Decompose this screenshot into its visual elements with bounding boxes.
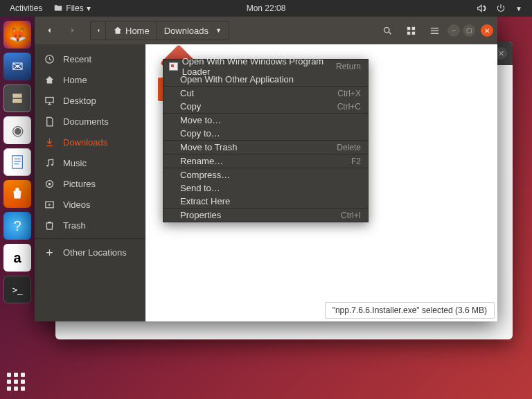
ctx-open-wine[interactable]: Open With Wine Windows Program Loader Re… [163,60,368,73]
file-cabinet-icon [9,91,26,105]
svg-rect-1 [12,99,21,103]
path-downloads[interactable]: Downloads ▼ [157,21,229,39]
sidebar-item-desktop[interactable]: Desktop [35,90,145,111]
svg-point-18 [51,163,53,166]
sidebar-label: Documents [63,116,109,127]
svg-rect-14 [430,33,438,33]
search-button[interactable] [377,21,398,40]
ctx-extract[interactable]: Extract Here [163,195,368,208]
launcher-software[interactable] [3,180,31,208]
document-icon [10,153,25,171]
maximize-button[interactable]: ▢ [463,24,475,37]
ctx-rename[interactable]: Rename…F2 [163,154,368,168]
minimize-button[interactable]: – [447,24,460,37]
ctx-compress[interactable]: Compress… [163,168,368,181]
back-button[interactable] [39,21,60,40]
hamburger-button[interactable] [424,21,445,40]
launcher-dock: 🦊 ✉ ◉ ? a >_ [0,17,35,399]
files-headerbar: Home Downloads ▼ – ▢ ✕ [35,17,497,44]
svg-rect-8 [407,26,409,29]
close-button[interactable]: ✕ [481,24,493,37]
sidebar-label: Music [63,158,87,168]
forward-button[interactable] [62,21,83,40]
launcher-files[interactable] [3,85,31,112]
launcher-terminal[interactable]: >_ [3,276,31,303]
ctx-label: Rename… [180,156,223,166]
sidebar-item-downloads[interactable]: Downloads [35,132,145,152]
launcher-amazon[interactable]: a [3,244,31,272]
trash-icon [44,220,55,231]
wine-icon [169,62,178,71]
sidebar-item-recent[interactable]: Recent [35,48,145,69]
ctx-copy[interactable]: CopyCtrl+C [163,100,368,113]
dropdown-icon: ▾ [87,3,91,13]
svg-rect-12 [430,28,438,28]
sidebar-item-other[interactable]: Other Locations [35,242,145,263]
activities-button[interactable]: Activities [6,2,46,15]
files-icon [53,3,63,13]
svg-point-17 [46,165,48,167]
ctx-label: Move to… [180,115,221,125]
svg-rect-9 [411,26,414,29]
desktop-icon [44,96,55,106]
sidebar-label: Home [63,75,87,85]
ctx-properties[interactable]: PropertiesCtrl+I [163,209,368,222]
gnome-topbar: Activities Files ▾ Mon 22:08 ▼ [0,0,532,17]
sidebar-item-videos[interactable]: Videos [35,194,145,215]
sidebar-item-home[interactable]: Home [35,69,145,90]
svg-line-7 [389,32,391,34]
ctx-label: Copy to… [180,128,220,139]
chevron-down-icon[interactable]: ▼ [515,5,522,12]
launcher-help[interactable]: ? [3,212,31,240]
ctx-label: Extract Here [180,196,230,206]
ctx-shortcut: Ctrl+C [337,102,361,112]
ctx-copy-to[interactable]: Copy to… [163,127,368,140]
svg-rect-0 [12,94,21,98]
ctx-move-trash[interactable]: Move to TrashDelete [163,141,368,154]
clock[interactable]: Mon 22:08 [247,3,286,13]
ctx-label: Copy [180,101,201,112]
sidebar-item-trash[interactable]: Trash [35,215,145,236]
sidebar-item-music[interactable]: Music [35,152,145,173]
ctx-shortcut: F2 [351,157,361,166]
videos-icon [44,200,55,210]
status-bar: "npp.7.6.6.Installer.exe" selected (3.6 … [325,302,495,319]
sidebar-label: Desktop [63,96,96,106]
shopping-icon [10,186,25,202]
path-current-label: Downloads [164,26,209,36]
svg-point-6 [384,27,389,33]
launcher-writer[interactable] [3,148,31,176]
path-back-button[interactable] [91,21,106,40]
ctx-cut[interactable]: CutCtrl+X [163,87,368,100]
grid-icon [406,26,416,36]
launcher-firefox[interactable]: 🦊 [3,21,31,48]
chevron-down-icon: ▼ [215,27,222,34]
svg-rect-16 [46,97,53,103]
svg-rect-2 [12,156,23,168]
ctx-label: Move to Trash [180,142,237,152]
ctx-shortcut: Ctrl+X [337,89,361,98]
launcher-thunderbird[interactable]: ✉ [3,53,31,80]
svg-rect-11 [411,31,414,34]
sidebar-label: Other Locations [63,247,127,258]
volume-icon[interactable] [477,3,486,13]
ctx-shortcut: Return [336,62,361,71]
sidebar-label: Pictures [63,179,96,189]
path-home[interactable]: Home [106,21,157,39]
show-applications[interactable] [7,373,25,391]
launcher-rhythmbox[interactable]: ◉ [3,116,31,144]
ctx-send-to[interactable]: Send to… [163,181,368,195]
view-grid-button[interactable] [400,21,421,40]
sidebar-label: Videos [63,200,91,210]
app-menu[interactable]: Files ▾ [49,2,94,15]
ctx-move-to[interactable]: Move to… [163,114,368,127]
ctx-label: Properties [180,210,221,220]
sidebar-item-pictures[interactable]: Pictures [35,173,145,194]
downloads-icon [44,137,55,148]
ctx-label: Send to… [180,183,220,193]
sidebar-item-documents[interactable]: Documents [35,111,145,132]
clock-icon [44,54,55,64]
ctx-open-other[interactable]: Open With Other Application [163,73,368,86]
sidebar-label: Recent [63,54,91,64]
power-icon[interactable] [496,3,506,13]
